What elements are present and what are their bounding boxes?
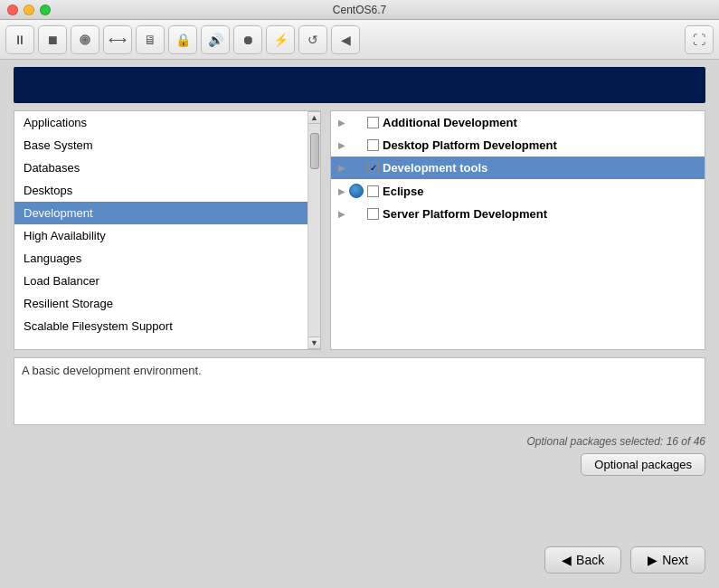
toolbar: ⏸ ⏹ ⟷ 🖥 🔒 🔊 ⏺ ⚡ ↺ ◀ ⛶ [0, 20, 719, 60]
optional-packages-button[interactable]: Optional packages [581, 453, 705, 476]
toolbar-audio-btn[interactable]: 🔊 [201, 25, 230, 54]
sidebar-item-load-balancer[interactable]: Load Balancer [14, 270, 307, 292]
sidebar-item-applications[interactable]: Applications [14, 111, 307, 134]
toolbar-link-btn[interactable]: ⟷ [103, 25, 132, 54]
toolbar-back-btn[interactable]: ◀ [331, 25, 360, 54]
sidebar-item-databases[interactable]: Databases [14, 156, 307, 179]
group-checkbox[interactable]: ✓ [367, 162, 379, 174]
sidebar-item-languages[interactable]: Languages [14, 247, 307, 270]
toolbar-settings-btn[interactable] [71, 25, 99, 54]
toolbar-pause-btn[interactable]: ⏸ [5, 25, 34, 54]
window-controls [7, 5, 51, 15]
sidebar-item-development[interactable]: Development [14, 202, 307, 224]
group-arrow-icon: ▶ [338, 209, 345, 219]
back-label: Back [576, 553, 604, 567]
toolbar-monitor-btn[interactable]: 🖥 [136, 25, 165, 54]
toolbar-record-btn[interactable]: ⏺ [233, 25, 262, 54]
description-text: A basic development environment. [14, 357, 705, 425]
group-arrow-icon: ▶ [338, 163, 345, 173]
group-label: Desktop Platform Development [383, 138, 557, 152]
group-item-desktop-platform-development[interactable]: ▶Desktop Platform Development [331, 134, 705, 156]
toolbar-expand-btn[interactable]: ⛶ [685, 25, 714, 54]
group-item-additional-development[interactable]: ▶Additional Development [331, 111, 705, 134]
next-label: Next [662, 553, 688, 567]
category-list: ApplicationsBase SystemDatabasesDesktops… [14, 111, 307, 349]
left-panel: ApplicationsBase SystemDatabasesDesktops… [14, 110, 321, 350]
navigation-buttons: ◀ Back ▶ Next [531, 546, 719, 574]
toolbar-lock-btn[interactable]: 🔒 [168, 25, 197, 54]
next-button[interactable]: ▶ Next [630, 546, 705, 574]
group-arrow-icon: ▶ [338, 186, 345, 196]
sidebar-item-desktops[interactable]: Desktops [14, 179, 307, 202]
toolbar-usb-btn[interactable]: ⚡ [266, 25, 295, 54]
scroll-thumb-area [308, 124, 320, 337]
window-title: CentOS6.7 [333, 4, 386, 16]
group-item-eclipse[interactable]: ▶Eclipse [331, 179, 705, 203]
group-label: Development tools [383, 161, 487, 175]
sidebar-item-high-availability[interactable]: High Availability [14, 224, 307, 247]
back-icon: ◀ [562, 553, 572, 567]
check-mark: ✓ [370, 163, 377, 173]
group-label: Eclipse [383, 185, 424, 198]
group-checkbox[interactable] [367, 117, 379, 128]
title-bar: CentOS6.7 [0, 0, 719, 20]
back-button[interactable]: ◀ Back [544, 546, 621, 574]
scroll-thumb[interactable] [310, 133, 319, 169]
group-item-development-tools[interactable]: ▶✓Development tools [331, 156, 705, 179]
minimize-button[interactable] [24, 5, 34, 15]
group-checkbox[interactable] [367, 185, 379, 197]
main-content: ApplicationsBase SystemDatabasesDesktops… [0, 110, 719, 350]
group-label: Server Platform Development [383, 207, 547, 221]
toolbar-stop-btn[interactable]: ⏹ [38, 25, 67, 54]
scroll-down-arrow[interactable]: ▼ [308, 337, 321, 349]
group-checkbox[interactable] [367, 208, 379, 220]
toolbar-refresh-btn[interactable]: ↺ [298, 25, 327, 54]
group-label: Additional Development [383, 116, 517, 129]
group-arrow-icon: ▶ [338, 118, 345, 128]
optional-packages-area: Optional packages [0, 453, 719, 476]
scroll-up-arrow[interactable]: ▲ [308, 111, 321, 124]
svg-point-0 [83, 38, 87, 42]
description-area: A basic development environment. [14, 357, 705, 428]
optional-packages-count: Optional packages selected: 16 of 46 [527, 435, 705, 448]
group-checkbox[interactable] [367, 139, 379, 151]
right-panel: ▶Additional Development▶Desktop Platform… [330, 110, 705, 350]
group-item-server-platform-development[interactable]: ▶Server Platform Development [331, 203, 705, 225]
next-icon: ▶ [648, 553, 658, 567]
globe-icon [349, 184, 364, 198]
left-scrollbar[interactable]: ▲ ▼ [307, 111, 320, 349]
group-arrow-icon: ▶ [338, 140, 345, 150]
optional-packages-info: Optional packages selected: 16 of 46 [0, 435, 719, 448]
sidebar-item-base-system[interactable]: Base System [14, 134, 307, 156]
maximize-button[interactable] [40, 5, 51, 15]
sidebar-item-resilient-storage[interactable]: Resilient Storage [14, 292, 307, 315]
header-banner [14, 67, 705, 103]
close-button[interactable] [7, 5, 18, 15]
sidebar-item-scalable-filesystem-support[interactable]: Scalable Filesystem Support [14, 315, 307, 337]
